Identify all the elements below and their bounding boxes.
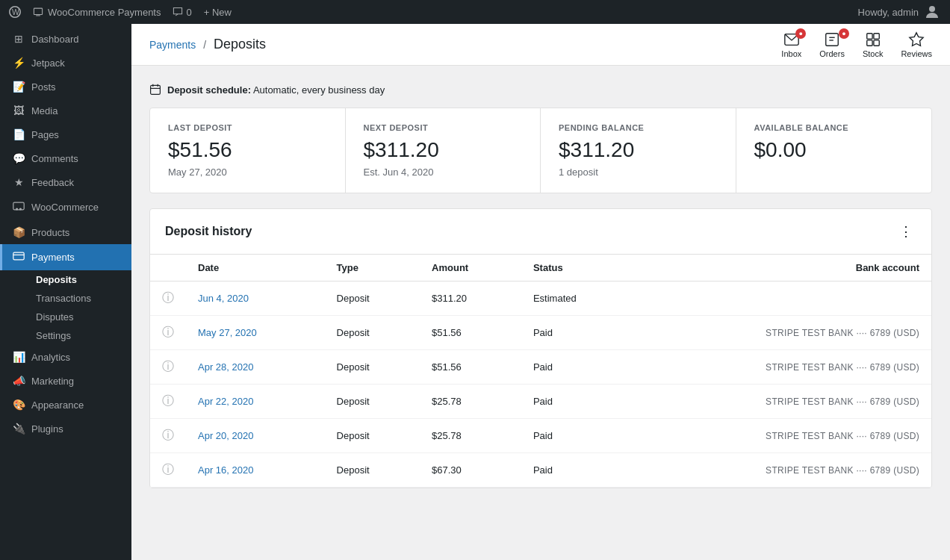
top-bar: W WooCommerce Payments 0 + New Howdy, ad… bbox=[0, 0, 950, 24]
col-bank: Bank account bbox=[633, 255, 931, 281]
svg-rect-10 bbox=[826, 33, 839, 46]
sidebar-item-dashboard[interactable]: ⊞ Dashboard bbox=[0, 27, 131, 51]
next-deposit-sub: Est. Jun 4, 2020 bbox=[364, 167, 523, 178]
svg-point-6 bbox=[19, 208, 22, 210]
row-status: Paid bbox=[521, 316, 633, 350]
svg-marker-17 bbox=[910, 32, 923, 45]
sidebar-item-feedback[interactable]: ★ Feedback bbox=[0, 170, 131, 194]
sidebar-item-posts[interactable]: 📝 Posts bbox=[0, 75, 131, 99]
row-type: Deposit bbox=[325, 281, 420, 316]
comments-icon: 💬 bbox=[12, 152, 25, 164]
available-balance-label: AVAILABLE BALANCE bbox=[754, 123, 914, 132]
woo-icon bbox=[12, 200, 25, 214]
sidebar-item-comments[interactable]: 💬 Comments bbox=[0, 146, 131, 170]
jetpack-icon: ⚡ bbox=[12, 57, 25, 69]
col-icon bbox=[150, 255, 186, 281]
posts-icon: 📝 bbox=[12, 81, 25, 93]
media-icon: 🖼 bbox=[12, 105, 25, 116]
sidebar-item-jetpack[interactable]: ⚡ Jetpack bbox=[0, 51, 131, 75]
submenu-deposits[interactable]: Deposits bbox=[12, 270, 131, 289]
row-status: Estimated bbox=[521, 281, 633, 316]
row-amount: $51.56 bbox=[420, 350, 521, 385]
row-info-icon[interactable]: ⓘ bbox=[150, 281, 186, 316]
svg-rect-2 bbox=[34, 8, 42, 14]
row-amount: $25.78 bbox=[420, 419, 521, 453]
deposit-schedule: Deposit schedule: Automatic, every busin… bbox=[149, 84, 932, 96]
sidebar-item-products[interactable]: 📦 Products bbox=[0, 220, 131, 244]
submenu-settings[interactable]: Settings bbox=[12, 326, 131, 345]
row-type: Deposit bbox=[325, 453, 420, 488]
submenu-transactions[interactable]: Transactions bbox=[12, 289, 131, 308]
svg-point-5 bbox=[16, 208, 18, 210]
row-date[interactable]: Apr 16, 2020 bbox=[186, 453, 325, 488]
svg-rect-7 bbox=[13, 252, 24, 260]
svg-rect-4 bbox=[13, 202, 24, 210]
svg-rect-16 bbox=[874, 40, 879, 45]
inbox-badge: ● bbox=[795, 28, 806, 39]
table-row: ⓘ Jun 4, 2020 Deposit $311.20 Estimated bbox=[150, 281, 931, 316]
last-deposit-label: LAST DEPOSIT bbox=[168, 123, 327, 132]
feedback-icon: ★ bbox=[12, 176, 25, 188]
row-info-icon[interactable]: ⓘ bbox=[150, 350, 186, 385]
sidebar-item-appearance[interactable]: 🎨 Appearance bbox=[0, 393, 131, 417]
submenu-disputes[interactable]: Disputes bbox=[12, 308, 131, 326]
row-status: Paid bbox=[521, 385, 633, 419]
orders-badge: ● bbox=[839, 28, 849, 39]
marketing-icon: 📣 bbox=[12, 375, 25, 387]
sidebar-item-media[interactable]: 🖼 Media bbox=[0, 99, 131, 122]
row-bank: STRIPE TEST BANK ···· 6789 (USD) bbox=[633, 350, 931, 385]
next-deposit-value: $311.20 bbox=[364, 138, 523, 162]
row-bank: STRIPE TEST BANK ···· 6789 (USD) bbox=[633, 453, 931, 488]
svg-rect-15 bbox=[866, 40, 872, 45]
sidebar-item-woocommerce[interactable]: WooCommerce bbox=[0, 194, 131, 220]
admin-info: Howdy, admin bbox=[858, 3, 941, 21]
new-button[interactable]: + New bbox=[204, 7, 232, 18]
sidebar-item-analytics[interactable]: 📊 Analytics bbox=[0, 345, 131, 369]
analytics-icon: 📊 bbox=[12, 351, 25, 363]
row-info-icon[interactable]: ⓘ bbox=[150, 316, 186, 350]
row-type: Deposit bbox=[325, 316, 420, 350]
col-date[interactable]: Date bbox=[186, 255, 325, 281]
row-type: Deposit bbox=[325, 385, 420, 419]
table-row: ⓘ Apr 20, 2020 Deposit $25.78 Paid STRIP… bbox=[150, 419, 931, 453]
sidebar-item-pages[interactable]: 📄 Pages bbox=[0, 122, 131, 146]
pages-icon: 📄 bbox=[12, 128, 25, 140]
stat-available-balance: AVAILABLE BALANCE $0.00 bbox=[736, 108, 932, 193]
sidebar-item-marketing[interactable]: 📣 Marketing bbox=[0, 369, 131, 393]
sidebar-item-payments[interactable]: Payments bbox=[0, 244, 131, 270]
stat-last-deposit: LAST DEPOSIT $51.56 May 27, 2020 bbox=[150, 108, 346, 193]
appearance-icon: 🎨 bbox=[12, 399, 25, 411]
col-status: Status bbox=[521, 255, 633, 281]
row-date[interactable]: Jun 4, 2020 bbox=[186, 281, 325, 316]
row-status: Paid bbox=[521, 419, 633, 453]
svg-text:W: W bbox=[12, 8, 19, 16]
wp-logo[interactable]: W bbox=[9, 6, 21, 18]
svg-point-3 bbox=[929, 6, 935, 12]
stock-button[interactable]: Stock bbox=[863, 31, 884, 58]
row-date[interactable]: Apr 28, 2020 bbox=[186, 350, 325, 385]
table-row: ⓘ Apr 22, 2020 Deposit $25.78 Paid STRIP… bbox=[150, 385, 931, 419]
row-bank bbox=[633, 281, 931, 316]
last-deposit-sub: May 27, 2020 bbox=[168, 167, 327, 178]
breadcrumb-link[interactable]: Payments bbox=[149, 39, 196, 51]
comments-link[interactable]: 0 bbox=[173, 7, 191, 18]
orders-button[interactable]: ● Orders bbox=[819, 31, 845, 58]
next-deposit-label: NEXT DEPOSIT bbox=[364, 123, 523, 132]
inbox-button[interactable]: ● Inbox bbox=[781, 31, 801, 58]
pending-balance-value: $311.20 bbox=[559, 138, 718, 162]
row-date[interactable]: May 27, 2020 bbox=[186, 316, 325, 350]
svg-rect-14 bbox=[874, 33, 879, 38]
available-balance-value: $0.00 bbox=[754, 138, 914, 162]
row-date[interactable]: Apr 22, 2020 bbox=[186, 385, 325, 419]
reviews-button[interactable]: Reviews bbox=[901, 31, 932, 58]
row-info-icon[interactable]: ⓘ bbox=[150, 419, 186, 453]
stat-next-deposit: NEXT DEPOSIT $311.20 Est. Jun 4, 2020 bbox=[346, 108, 541, 193]
row-info-icon[interactable]: ⓘ bbox=[150, 453, 186, 488]
row-info-icon[interactable]: ⓘ bbox=[150, 385, 186, 419]
row-date[interactable]: Apr 20, 2020 bbox=[186, 419, 325, 453]
more-options-button[interactable]: ⋮ bbox=[895, 221, 916, 242]
breadcrumb-current: Deposits bbox=[214, 37, 266, 52]
sidebar-item-plugins[interactable]: 🔌 Plugins bbox=[0, 417, 131, 441]
row-status: Paid bbox=[521, 453, 633, 488]
site-name[interactable]: WooCommerce Payments bbox=[33, 7, 161, 18]
